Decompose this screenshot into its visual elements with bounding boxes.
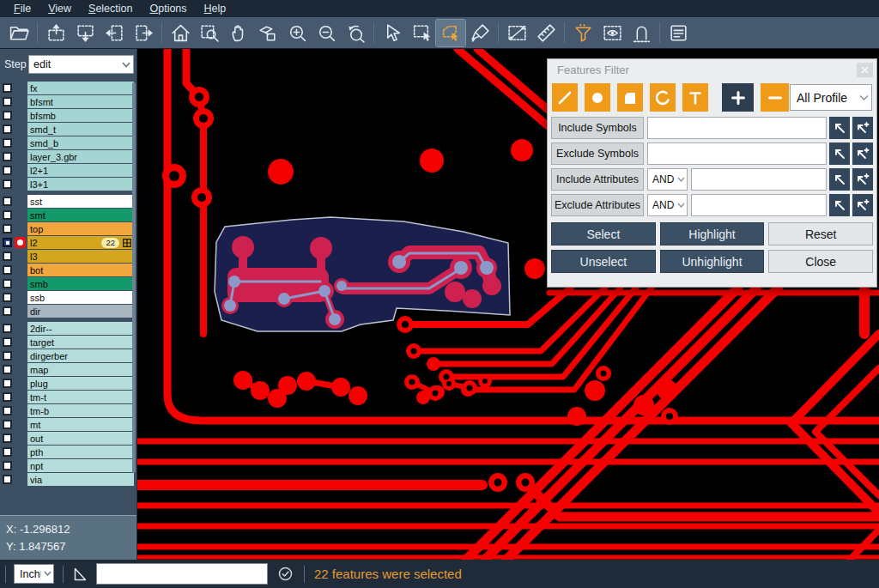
layer-label[interactable]: dir [27, 305, 134, 318]
unhighlight-button[interactable]: Unhighlight [660, 250, 765, 273]
view-options-button[interactable] [597, 20, 627, 46]
pick-add-attribute-button[interactable] [852, 168, 873, 191]
snap-mode-button[interactable] [627, 20, 656, 46]
layer-visibility-checkbox[interactable] [3, 210, 12, 220]
layer-indicator-slot[interactable] [15, 179, 26, 190]
layer-row[interactable]: smb [0, 277, 136, 290]
home-view-button[interactable] [166, 20, 195, 46]
grid-icon[interactable] [123, 239, 131, 247]
layer-row[interactable]: dir [0, 305, 136, 318]
pad-feature-button[interactable] [585, 83, 610, 112]
layer-label[interactable]: bfsmt [27, 95, 134, 108]
layer-label[interactable]: plug [27, 377, 134, 390]
menu-selection[interactable]: Selection [80, 0, 141, 17]
layer-visibility-checkbox[interactable] [3, 224, 12, 233]
layer-row[interactable]: tm-b [0, 404, 136, 417]
sync-status-icon[interactable] [277, 566, 294, 582]
layer-indicator-slot[interactable] [15, 306, 26, 317]
layer-label[interactable]: l3 [27, 250, 134, 263]
layer-visibility-checkbox[interactable] [3, 392, 12, 402]
layer-label[interactable]: pth [27, 446, 134, 458]
layer-visibility-checkbox[interactable] [3, 447, 12, 457]
layer-visibility-checkbox[interactable] [3, 461, 12, 470]
layer-label[interactable]: tm-b [27, 404, 134, 417]
layer-row[interactable]: top [0, 222, 136, 235]
layer-label[interactable]: sst [27, 195, 134, 208]
layer-label[interactable]: smd_t [27, 123, 134, 136]
include-attributes-operator-select[interactable]: AND [647, 168, 688, 191]
layer-row[interactable]: bot [0, 264, 136, 276]
layer-indicator-slot[interactable] [15, 474, 26, 485]
select-button[interactable]: Select [551, 222, 656, 246]
layer-label[interactable]: bfsmb [27, 109, 134, 122]
arc-feature-button[interactable] [650, 83, 676, 112]
layer-indicator-slot[interactable] [15, 446, 26, 458]
exclude-symbols-input[interactable] [647, 142, 827, 165]
zoom-previous-button[interactable] [341, 20, 370, 46]
layer-visibility-checkbox[interactable] [3, 97, 12, 106]
layer-visibility-checkbox[interactable] [3, 420, 12, 429]
layer-visibility-checkbox[interactable] [3, 179, 12, 189]
layer-visibility-checkbox[interactable] [3, 152, 12, 161]
layer-visibility-checkbox[interactable] [3, 379, 12, 388]
layer-label[interactable]: l3+1 [27, 178, 134, 191]
negative-polarity-button[interactable] [761, 83, 789, 112]
layer-visibility-checkbox[interactable] [3, 124, 12, 134]
layer-visibility-checkbox[interactable] [3, 337, 12, 347]
layer-indicator-slot[interactable] [15, 110, 26, 121]
layer-indicator-slot[interactable] [15, 460, 26, 471]
pan-hand-button[interactable] [224, 20, 253, 46]
layer-indicator-slot[interactable] [15, 278, 26, 289]
layer-visibility-checkbox[interactable] [3, 365, 12, 374]
layer-label[interactable]: mt [27, 418, 134, 431]
layer-label[interactable]: dirgerber [27, 349, 134, 362]
layer-indicator-slot[interactable] [15, 165, 26, 176]
select-rectangle-button[interactable] [407, 20, 436, 46]
layer-visibility-checkbox[interactable] [3, 475, 12, 484]
layer-indicator-slot[interactable] [15, 124, 26, 135]
pan-left-button[interactable] [100, 20, 129, 46]
layer-row[interactable]: dirgerber [0, 349, 136, 362]
layer-indicator-slot[interactable] [15, 251, 26, 262]
layer-row[interactable]: ssb [0, 291, 136, 304]
menu-file[interactable]: File [5, 0, 39, 17]
menu-view[interactable]: View [39, 0, 80, 17]
line-feature-button[interactable] [552, 83, 578, 112]
layer-row[interactable]: bfsmt [0, 95, 136, 108]
layer-indicator-slot[interactable] [15, 405, 26, 416]
layer-visibility-checkbox[interactable] [3, 138, 12, 148]
layer-label[interactable]: smb [27, 277, 134, 290]
layer-visibility-checkbox[interactable] [3, 279, 12, 288]
layer-label[interactable]: via [27, 473, 134, 486]
layer-row[interactable]: l222 [0, 236, 136, 249]
layer-row[interactable]: l3+1 [0, 178, 136, 191]
layer-indicator-slot[interactable] [15, 336, 26, 348]
close-button[interactable]: Close [768, 250, 873, 273]
text-feature-button[interactable] [682, 83, 708, 112]
include-symbols-button[interactable]: Include Symbols [551, 117, 644, 139]
pan-right-button[interactable] [129, 20, 158, 46]
layer-row[interactable]: map [0, 363, 136, 376]
layer-visibility-checkbox[interactable] [3, 265, 12, 275]
reset-button[interactable]: Reset [768, 222, 873, 246]
pan-down-button[interactable] [70, 20, 100, 46]
layer-label[interactable]: out [27, 432, 134, 445]
layer-label[interactable]: smd_b [27, 136, 134, 149]
unselect-button[interactable]: Unselect [551, 250, 656, 273]
layer-indicator-slot[interactable] [15, 223, 26, 234]
layer-label[interactable]: map [27, 363, 134, 376]
layer-label[interactable]: layer_3.gbr [27, 150, 134, 163]
layer-label[interactable]: bot [27, 264, 134, 276]
layer-visibility-checkbox[interactable] [3, 351, 12, 361]
layer-indicator-slot[interactable] [15, 378, 26, 389]
zoom-in-button[interactable] [282, 20, 312, 46]
select-pointer-button[interactable] [378, 20, 407, 46]
layer-label[interactable]: 2dir-- [27, 322, 134, 335]
menu-help[interactable]: Help [196, 0, 235, 17]
select-polygon-button[interactable] [436, 20, 465, 46]
layer-label[interactable]: fx [27, 82, 134, 94]
layer-label[interactable]: l2+1 [27, 164, 134, 177]
layer-visibility-checkbox[interactable] [3, 306, 12, 316]
layer-row[interactable]: out [0, 432, 136, 445]
include-symbols-input[interactable] [647, 117, 827, 139]
